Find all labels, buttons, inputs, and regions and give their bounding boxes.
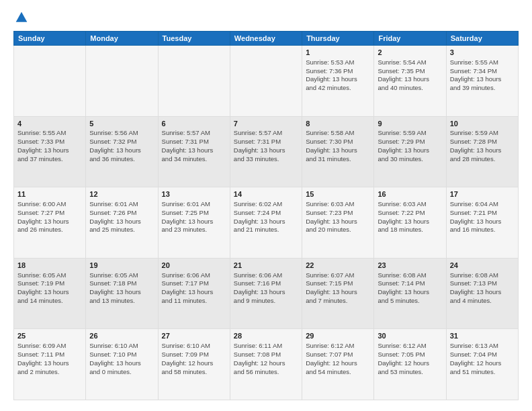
page: SundayMondayTuesdayWednesdayThursdayFrid… <box>0 0 532 411</box>
day-number: 28 <box>234 331 298 341</box>
day-header-tuesday: Tuesday <box>158 32 230 46</box>
day-number: 25 <box>17 331 82 341</box>
calendar-cell: 15Sunrise: 6:03 AM Sunset: 7:23 PM Dayli… <box>302 187 374 259</box>
calendar-week-2: 4Sunrise: 5:55 AM Sunset: 7:33 PM Daylig… <box>14 116 519 187</box>
calendar-cell: 16Sunrise: 6:03 AM Sunset: 7:22 PM Dayli… <box>374 187 446 259</box>
day-header-thursday: Thursday <box>302 32 374 46</box>
calendar-cell: 27Sunrise: 6:10 AM Sunset: 7:09 PM Dayli… <box>158 329 230 400</box>
day-number: 5 <box>89 119 154 129</box>
day-number: 21 <box>234 261 298 271</box>
day-header-friday: Friday <box>374 32 446 46</box>
day-number: 16 <box>378 189 442 199</box>
day-number: 27 <box>162 331 226 341</box>
calendar-cell: 6Sunrise: 5:57 AM Sunset: 7:31 PM Daylig… <box>158 116 230 187</box>
day-info: Sunrise: 6:10 AM Sunset: 7:10 PM Dayligh… <box>89 342 154 376</box>
day-info: Sunrise: 6:00 AM Sunset: 7:27 PM Dayligh… <box>17 200 82 234</box>
day-number: 20 <box>162 261 226 271</box>
day-number: 8 <box>306 119 370 129</box>
calendar-cell: 4Sunrise: 5:55 AM Sunset: 7:33 PM Daylig… <box>14 116 86 187</box>
day-info: Sunrise: 6:01 AM Sunset: 7:25 PM Dayligh… <box>162 200 226 234</box>
day-number: 4 <box>17 119 82 129</box>
calendar-header-row: SundayMondayTuesdayWednesdayThursdayFrid… <box>14 32 519 46</box>
calendar-cell: 26Sunrise: 6:10 AM Sunset: 7:10 PM Dayli… <box>86 329 158 400</box>
day-number: 31 <box>450 331 515 341</box>
calendar-cell: 8Sunrise: 5:58 AM Sunset: 7:30 PM Daylig… <box>302 116 374 187</box>
calendar-cell: 22Sunrise: 6:07 AM Sunset: 7:15 PM Dayli… <box>302 258 374 329</box>
calendar-cell: 9Sunrise: 5:59 AM Sunset: 7:29 PM Daylig… <box>374 116 446 187</box>
day-info: Sunrise: 6:05 AM Sunset: 7:18 PM Dayligh… <box>89 271 154 306</box>
svg-marker-0 <box>16 12 28 22</box>
day-info: Sunrise: 6:08 AM Sunset: 7:14 PM Dayligh… <box>378 271 442 306</box>
day-info: Sunrise: 6:13 AM Sunset: 7:04 PM Dayligh… <box>450 342 515 376</box>
day-info: Sunrise: 6:04 AM Sunset: 7:21 PM Dayligh… <box>450 200 515 234</box>
day-number: 7 <box>234 119 298 129</box>
day-info: Sunrise: 6:03 AM Sunset: 7:22 PM Dayligh… <box>378 200 442 234</box>
calendar-week-4: 18Sunrise: 6:05 AM Sunset: 7:19 PM Dayli… <box>14 258 519 329</box>
day-number: 10 <box>450 119 515 129</box>
calendar-cell: 18Sunrise: 6:05 AM Sunset: 7:19 PM Dayli… <box>14 258 86 329</box>
day-info: Sunrise: 5:57 AM Sunset: 7:31 PM Dayligh… <box>234 129 298 163</box>
day-info: Sunrise: 6:03 AM Sunset: 7:23 PM Dayligh… <box>306 200 370 234</box>
calendar-cell: 31Sunrise: 6:13 AM Sunset: 7:04 PM Dayli… <box>446 329 518 400</box>
calendar-table: SundayMondayTuesdayWednesdayThursdayFrid… <box>13 31 519 400</box>
calendar-cell: 1Sunrise: 5:53 AM Sunset: 7:36 PM Daylig… <box>302 46 374 117</box>
day-info: Sunrise: 6:08 AM Sunset: 7:13 PM Dayligh… <box>450 271 515 306</box>
calendar-cell: 14Sunrise: 6:02 AM Sunset: 7:24 PM Dayli… <box>230 187 302 259</box>
day-number: 3 <box>450 48 515 58</box>
day-info: Sunrise: 5:56 AM Sunset: 7:32 PM Dayligh… <box>89 129 154 163</box>
calendar-cell: 10Sunrise: 5:59 AM Sunset: 7:28 PM Dayli… <box>446 116 518 187</box>
calendar-cell: 30Sunrise: 6:12 AM Sunset: 7:05 PM Dayli… <box>374 329 446 400</box>
day-header-saturday: Saturday <box>446 32 518 46</box>
logo-icon <box>15 11 28 24</box>
day-info: Sunrise: 5:55 AM Sunset: 7:33 PM Dayligh… <box>17 129 82 163</box>
day-number: 18 <box>17 261 82 271</box>
header <box>13 11 519 24</box>
day-number: 11 <box>17 189 82 199</box>
day-info: Sunrise: 5:54 AM Sunset: 7:35 PM Dayligh… <box>378 58 442 93</box>
calendar-week-3: 11Sunrise: 6:00 AM Sunset: 7:27 PM Dayli… <box>14 187 519 259</box>
day-info: Sunrise: 6:12 AM Sunset: 7:05 PM Dayligh… <box>378 342 442 376</box>
day-header-wednesday: Wednesday <box>230 32 302 46</box>
day-info: Sunrise: 5:59 AM Sunset: 7:28 PM Dayligh… <box>450 129 515 163</box>
calendar-cell: 2Sunrise: 5:54 AM Sunset: 7:35 PM Daylig… <box>374 46 446 117</box>
calendar-cell: 21Sunrise: 6:06 AM Sunset: 7:16 PM Dayli… <box>230 258 302 329</box>
day-number: 14 <box>234 189 298 199</box>
day-info: Sunrise: 6:12 AM Sunset: 7:07 PM Dayligh… <box>306 342 370 376</box>
calendar-cell <box>86 46 158 117</box>
day-info: Sunrise: 5:59 AM Sunset: 7:29 PM Dayligh… <box>378 129 442 163</box>
day-info: Sunrise: 6:10 AM Sunset: 7:09 PM Dayligh… <box>162 342 226 376</box>
calendar-cell <box>158 46 230 117</box>
day-header-monday: Monday <box>86 32 158 46</box>
day-number: 1 <box>306 48 370 58</box>
calendar-cell: 29Sunrise: 6:12 AM Sunset: 7:07 PM Dayli… <box>302 329 374 400</box>
day-info: Sunrise: 5:58 AM Sunset: 7:30 PM Dayligh… <box>306 129 370 163</box>
day-number: 9 <box>378 119 442 129</box>
day-info: Sunrise: 5:57 AM Sunset: 7:31 PM Dayligh… <box>162 129 226 163</box>
day-number: 12 <box>89 189 154 199</box>
calendar-cell: 13Sunrise: 6:01 AM Sunset: 7:25 PM Dayli… <box>158 187 230 259</box>
calendar-cell: 11Sunrise: 6:00 AM Sunset: 7:27 PM Dayli… <box>14 187 86 259</box>
calendar-cell: 5Sunrise: 5:56 AM Sunset: 7:32 PM Daylig… <box>86 116 158 187</box>
calendar-cell: 23Sunrise: 6:08 AM Sunset: 7:14 PM Dayli… <box>374 258 446 329</box>
calendar-week-5: 25Sunrise: 6:09 AM Sunset: 7:11 PM Dayli… <box>14 329 519 400</box>
calendar-week-1: 1Sunrise: 5:53 AM Sunset: 7:36 PM Daylig… <box>14 46 519 117</box>
day-number: 26 <box>89 331 154 341</box>
logo-text <box>13 11 28 24</box>
calendar-cell: 3Sunrise: 5:55 AM Sunset: 7:34 PM Daylig… <box>446 46 518 117</box>
day-number: 30 <box>378 331 442 341</box>
calendar-cell <box>14 46 86 117</box>
day-number: 23 <box>378 261 442 271</box>
day-number: 19 <box>89 261 154 271</box>
calendar-cell: 20Sunrise: 6:06 AM Sunset: 7:17 PM Dayli… <box>158 258 230 329</box>
day-info: Sunrise: 5:55 AM Sunset: 7:34 PM Dayligh… <box>450 58 515 93</box>
calendar-cell: 24Sunrise: 6:08 AM Sunset: 7:13 PM Dayli… <box>446 258 518 329</box>
day-number: 22 <box>306 261 370 271</box>
calendar-cell: 28Sunrise: 6:11 AM Sunset: 7:08 PM Dayli… <box>230 329 302 400</box>
day-number: 15 <box>306 189 370 199</box>
calendar-cell: 7Sunrise: 5:57 AM Sunset: 7:31 PM Daylig… <box>230 116 302 187</box>
day-number: 13 <box>162 189 226 199</box>
day-number: 17 <box>450 189 515 199</box>
day-info: Sunrise: 6:05 AM Sunset: 7:19 PM Dayligh… <box>17 271 82 306</box>
day-number: 24 <box>450 261 515 271</box>
calendar-cell <box>230 46 302 117</box>
